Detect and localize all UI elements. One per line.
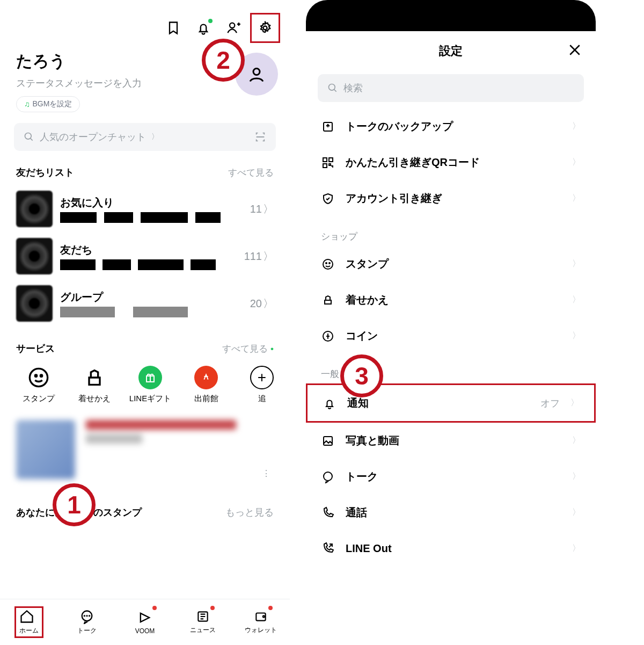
tab-news[interactable]: ニュース: [174, 599, 232, 645]
music-note-icon: ♫: [24, 100, 30, 108]
item-theme[interactable]: 着せかえ 〉: [306, 282, 596, 318]
friend-favorites[interactable]: お気に入り 11〉: [16, 185, 274, 233]
svg-point-9: [84, 615, 85, 616]
friend-friends[interactable]: 友だち 111〉: [16, 233, 274, 280]
svg-point-5: [35, 375, 36, 376]
item-coin[interactable]: コイン 〉: [306, 318, 596, 354]
chevron-right-icon: 〉: [151, 132, 159, 142]
svg-rect-24: [324, 437, 332, 445]
more-icon[interactable]: ⋮: [262, 468, 272, 479]
bell-icon[interactable]: [195, 20, 211, 36]
brush-icon: [321, 293, 335, 307]
svg-point-1: [264, 26, 267, 30]
service-gift[interactable]: LINEギフト: [122, 366, 178, 404]
svg-point-3: [25, 133, 32, 140]
smile-icon: [321, 257, 335, 271]
friends-see-all[interactable]: すべて見る: [228, 166, 274, 179]
chevron-right-icon: 〉: [263, 202, 274, 216]
phone-out-icon: [321, 541, 335, 555]
add-friend-icon[interactable]: [225, 20, 241, 36]
bell-icon: [323, 396, 336, 410]
svg-point-22: [329, 263, 330, 264]
item-backup[interactable]: トークのバックアップ 〉: [306, 108, 596, 144]
item-talk[interactable]: トーク 〉: [306, 459, 596, 495]
svg-point-15: [329, 84, 335, 91]
shield-icon: [321, 192, 335, 206]
bgm-button[interactable]: ♫ BGMを設定: [16, 96, 80, 112]
close-button[interactable]: [567, 42, 583, 60]
chat-icon: [321, 470, 335, 484]
thumbnail: [16, 285, 53, 322]
service-demaekan[interactable]: 出前館: [178, 366, 234, 404]
home-highlight: ホーム: [14, 606, 43, 638]
openchat-search[interactable]: 人気のオープンチャット 〉: [14, 123, 276, 151]
friends-title: 友だちリスト: [16, 166, 74, 179]
tab-voom[interactable]: VOOM: [116, 599, 174, 645]
service-more[interactable]: + 追: [234, 366, 290, 404]
item-call[interactable]: 通話 〉: [306, 495, 596, 531]
callout-1: 1: [53, 483, 96, 526]
qr-icon: [321, 156, 335, 170]
tab-home[interactable]: ホーム: [0, 599, 58, 645]
item-photo-video[interactable]: 写真と動画 〉: [306, 423, 596, 459]
scan-icon[interactable]: [254, 131, 266, 143]
image-icon: [321, 434, 335, 448]
svg-point-25: [324, 472, 332, 481]
sticker-more[interactable]: もっと見る: [225, 506, 274, 519]
section-shop: ショップ: [306, 216, 596, 246]
svg-point-0: [230, 23, 235, 28]
item-qr-transfer[interactable]: かんたん引き継ぎQRコード 〉: [306, 144, 596, 180]
svg-point-4: [30, 368, 47, 386]
tab-bar: ホーム トーク VOOM ニュース ウォレット: [0, 599, 290, 645]
thumbnail: [16, 238, 53, 274]
svg-point-2: [253, 69, 260, 75]
bookmark-icon[interactable]: [165, 20, 181, 36]
svg-rect-17: [323, 158, 327, 162]
callout-2: 2: [202, 39, 245, 82]
service-stamp[interactable]: スタンプ: [11, 366, 67, 404]
svg-point-6: [40, 375, 42, 376]
settings-screen: 設定 検索 トークのバックアップ 〉 かんたん引き継ぎQRコード 〉 アカウント…: [306, 0, 596, 645]
item-account-transfer[interactable]: アカウント引き継ぎ 〉: [306, 180, 596, 216]
item-stamp[interactable]: スタンプ 〉: [306, 246, 596, 282]
services-title: サービス: [16, 342, 55, 355]
settings-title: 設定: [439, 43, 463, 59]
item-line-out[interactable]: LINE Out 〉: [306, 531, 596, 566]
services-see-all[interactable]: すべて見る •: [222, 343, 274, 355]
svg-rect-19: [323, 164, 327, 168]
coin-icon: [321, 329, 335, 343]
svg-point-11: [89, 615, 90, 616]
settings-search[interactable]: 検索: [318, 74, 584, 102]
svg-point-10: [86, 615, 87, 616]
chevron-right-icon: 〉: [572, 121, 581, 132]
tab-talk[interactable]: トーク: [58, 599, 116, 645]
svg-rect-18: [329, 158, 333, 162]
backup-icon: [321, 120, 335, 134]
svg-point-21: [326, 263, 327, 264]
phone-icon: [321, 506, 335, 520]
friend-groups[interactable]: グループ 20〉: [16, 280, 274, 327]
home-screen: たろう ステータスメッセージを入力 ♫ BGMを設定 人気のオープンチャット 〉…: [0, 0, 290, 645]
callout-3: 3: [340, 354, 383, 397]
tab-wallet[interactable]: ウォレット: [232, 599, 290, 645]
thumbnail: [16, 191, 53, 227]
service-theme[interactable]: 着せかえ: [67, 366, 122, 404]
svg-point-14: [263, 615, 265, 617]
settings-icon[interactable]: [257, 20, 273, 36]
svg-point-20: [323, 259, 333, 269]
promo-card[interactable]: [16, 420, 274, 484]
